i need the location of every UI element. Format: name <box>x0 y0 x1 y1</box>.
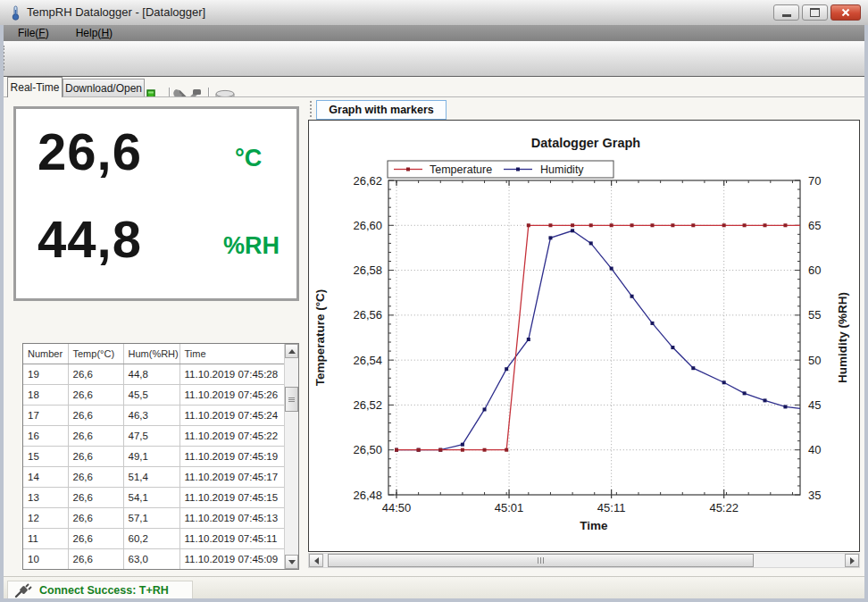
table-row[interactable]: 1526,649,111.10.2019 07:45:19 <box>23 447 284 467</box>
svg-text:26,50: 26,50 <box>353 443 382 456</box>
graph-with-markers-button[interactable]: Graph with markers <box>316 100 447 120</box>
table-row[interactable]: 1426,651,411.10.2019 07:45:17 <box>23 467 284 488</box>
svg-text:55: 55 <box>808 308 821 322</box>
table-row[interactable]: 1126,660,211.10.2019 07:45:11 <box>23 529 284 549</box>
minimize-button[interactable] <box>773 4 799 21</box>
thermometer-app-icon <box>9 5 22 24</box>
close-button[interactable] <box>830 4 861 21</box>
svg-text:70: 70 <box>808 174 821 188</box>
scroll-left-button[interactable] <box>309 554 323 567</box>
table-scrollbar[interactable] <box>284 344 298 569</box>
datalogger-chart: 44:5045:0145:1145:2226,6226,6026,5826,56… <box>309 121 859 551</box>
col-temp[interactable]: Temp(°C) <box>68 344 123 364</box>
arrow-left-icon <box>314 557 319 564</box>
svg-text:Temperature: Temperature <box>430 163 492 176</box>
table-row[interactable]: 1326,654,111.10.2019 07:45:15 <box>23 488 284 508</box>
svg-text:26,52: 26,52 <box>353 398 382 412</box>
svg-text:26,48: 26,48 <box>353 489 382 502</box>
window-title: TempRH Datalogger - [Datalogger] <box>27 5 205 19</box>
col-number[interactable]: Number <box>23 344 68 364</box>
window-border <box>864 25 868 602</box>
svg-text:Datalogger Graph: Datalogger Graph <box>531 136 640 150</box>
plug-icon <box>14 582 32 598</box>
status-text: Connect Success: T+RH <box>39 584 169 597</box>
arrow-right-icon <box>850 557 855 564</box>
table-body: 1926,644,811.10.2019 07:45:281826,645,51… <box>23 364 284 570</box>
table-row[interactable]: 1626,647,511.10.2019 07:45:22 <box>23 426 284 447</box>
scroll-right-button[interactable] <box>845 554 859 567</box>
title-bar[interactable]: TempRH Datalogger - [Datalogger] <box>0 0 868 26</box>
app-window: TempRH Datalogger - [Datalogger] File(F)… <box>0 0 868 602</box>
tab-download-open[interactable]: Download/Open <box>63 79 145 96</box>
col-time[interactable]: Time <box>179 344 284 364</box>
table-row[interactable]: 1726,646,311.10.2019 07:45:24 <box>23 406 284 426</box>
menu-file[interactable]: File(F) <box>9 27 58 39</box>
svg-text:44:50: 44:50 <box>382 501 412 514</box>
svg-text:Humidity (%RH): Humidity (%RH) <box>836 292 849 383</box>
svg-text:26,56: 26,56 <box>353 308 382 322</box>
arrow-up-icon <box>288 349 296 354</box>
svg-text:26,58: 26,58 <box>353 263 382 277</box>
graph-panel: 44:5045:0145:1145:2226,6226,6026,5826,56… <box>308 120 860 552</box>
maximize-button[interactable] <box>802 4 828 21</box>
window-border <box>0 25 4 602</box>
svg-text:40: 40 <box>808 443 821 456</box>
svg-text:26,62: 26,62 <box>353 174 382 188</box>
maximize-icon <box>810 8 820 17</box>
table-header-row: Number Temp(°C) Hum(%RH) Time <box>23 344 284 364</box>
humidity-unit: %RH <box>223 232 280 260</box>
table-row[interactable]: 1826,645,511.10.2019 07:45:26 <box>23 385 284 406</box>
scroll-down-button[interactable] <box>285 555 298 569</box>
svg-text:65: 65 <box>808 219 821 232</box>
scrollbar-thumb[interactable] <box>285 387 298 412</box>
col-hum[interactable]: Hum(%RH) <box>123 344 179 364</box>
tab-page-real-time: 26,6 °C 44,8 %RH Number Temp(°C) Hum(%RH… <box>0 96 868 576</box>
minimize-icon <box>782 14 791 17</box>
humidity-value: 44,8 <box>38 209 142 269</box>
table-row[interactable]: 1926,644,811.10.2019 07:45:28 <box>23 364 284 385</box>
svg-text:26,60: 26,60 <box>353 219 382 232</box>
svg-text:26,54: 26,54 <box>353 354 382 367</box>
svg-text:35: 35 <box>808 489 821 502</box>
temperature-value: 26,6 <box>38 121 142 181</box>
svg-text:Temperature (°C): Temperature (°C) <box>313 289 327 387</box>
table-row[interactable]: 1026,663,011.10.2019 07:45:09 <box>23 549 284 570</box>
svg-text:45:11: 45:11 <box>597 501 626 514</box>
window-border <box>0 598 868 602</box>
hscrollbar-thumb[interactable] <box>328 554 754 567</box>
arrow-down-icon <box>288 560 296 564</box>
menu-help[interactable]: Help(H) <box>67 27 121 39</box>
log-table: Number Temp(°C) Hum(%RH) Time 1926,644,8… <box>22 343 299 570</box>
svg-text:45: 45 <box>808 398 821 412</box>
svg-text:50: 50 <box>808 354 821 367</box>
connection-status: Connect Success: T+RH <box>7 581 193 599</box>
svg-text:45:01: 45:01 <box>495 501 524 514</box>
svg-text:60: 60 <box>808 263 821 277</box>
scroll-up-button[interactable] <box>285 344 298 358</box>
graph-horizontal-scrollbar[interactable] <box>308 553 860 568</box>
tab-real-time[interactable]: Real-Time <box>7 77 63 97</box>
close-icon <box>841 8 850 17</box>
svg-text:Humidity: Humidity <box>540 163 584 176</box>
svg-text:45:22: 45:22 <box>709 501 739 514</box>
graph-toolstrip-grip[interactable] <box>310 101 314 117</box>
table-row[interactable]: 1226,657,111.10.2019 07:45:13 <box>23 508 284 529</box>
main-toolbar: ? <box>0 41 868 77</box>
temperature-unit: °C <box>235 145 262 172</box>
svg-text:Time: Time <box>580 519 608 532</box>
menu-bar: File(F) Help(H) <box>0 25 868 41</box>
live-readout-panel: 26,6 °C 44,8 %RH <box>13 106 299 301</box>
